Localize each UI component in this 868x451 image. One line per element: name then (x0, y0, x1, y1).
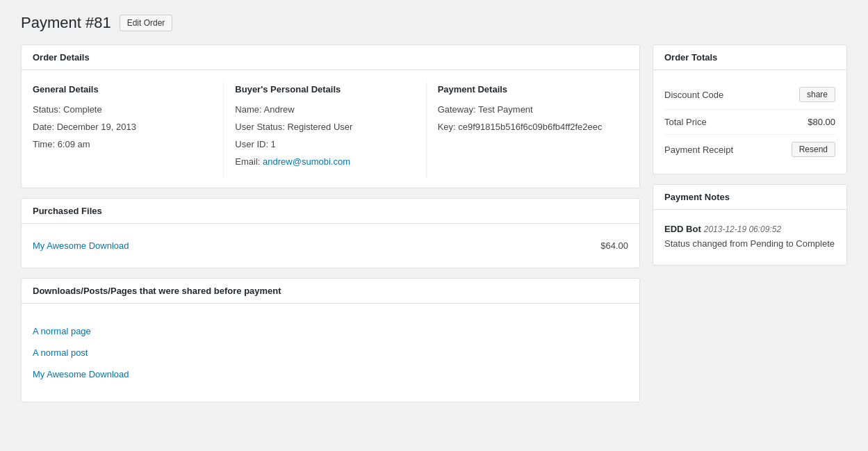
buyer-details-col: Buyer's Personal Details Name: Andrew Us… (223, 80, 425, 178)
buyer-details-title: Buyer's Personal Details (235, 84, 414, 95)
note-timestamp: 2013-12-19 06:09:52 (704, 224, 781, 234)
shared-before-payment-header: Downloads/Posts/Pages that were shared b… (22, 279, 639, 304)
email-label: Email: (235, 156, 263, 167)
discount-code-label: Discount Code (664, 90, 723, 100)
general-details-title: General Details (33, 84, 212, 95)
main-layout: Order Details General Details Status: Co… (21, 44, 847, 402)
buyer-email-detail: Email: andrew@sumobi.com (235, 156, 414, 167)
share-button[interactable]: share (799, 87, 835, 102)
payment-details-title: Payment Details (438, 84, 617, 95)
shared-before-payment-card: Downloads/Posts/Pages that were shared b… (21, 278, 640, 402)
shared-list: A normal page A normal post My Awesome D… (33, 313, 628, 392)
total-price-label: Total Price (664, 117, 707, 127)
order-details-grid: General Details Status: Complete Date: D… (33, 80, 628, 178)
date-detail: Date: December 19, 2013 (33, 122, 212, 132)
payment-details-col: Payment Details Gateway: Test Payment Ke… (426, 80, 628, 178)
general-details-col: General Details Status: Complete Date: D… (33, 80, 223, 178)
time-detail: Time: 6:09 am (33, 139, 212, 149)
right-column: Order Totals Discount Code share Total P… (653, 44, 847, 265)
payment-receipt-row: Payment Receipt Resend (664, 135, 835, 164)
left-column: Order Details General Details Status: Co… (21, 44, 640, 402)
order-totals-header: Order Totals (653, 45, 846, 70)
purchased-file-link[interactable]: My Awesome Download (33, 240, 129, 251)
note-author: EDD Bot (664, 224, 701, 234)
payment-notes-card: Payment Notes EDD Bot2013-12-19 06:09:52… (653, 184, 847, 265)
payment-receipt-label: Payment Receipt (664, 145, 733, 155)
purchased-files-header: Purchased Files (22, 199, 639, 224)
purchased-file-row: My Awesome Download $64.00 (33, 233, 628, 258)
note-item: EDD Bot2013-12-19 06:09:52 Status change… (664, 220, 835, 255)
shared-item-link-1[interactable]: A normal post (33, 347, 88, 358)
page-title: Payment #81 (21, 14, 111, 32)
order-details-header: Order Details (22, 45, 639, 70)
note-author-line: EDD Bot2013-12-19 06:09:52 (664, 224, 835, 234)
status-detail: Status: Complete (33, 104, 212, 115)
payment-notes-header: Payment Notes (653, 185, 846, 210)
buyer-email-link[interactable]: andrew@sumobi.com (263, 156, 350, 167)
list-item: A normal page (33, 320, 628, 342)
list-item: A normal post (33, 342, 628, 363)
resend-button[interactable]: Resend (792, 142, 835, 157)
order-details-card: Order Details General Details Status: Co… (21, 44, 640, 188)
buyer-user-status-detail: User Status: Registered User (235, 122, 414, 132)
gateway-detail: Gateway: Test Payment (438, 104, 617, 115)
purchased-file-price: $64.00 (600, 240, 628, 251)
list-item: My Awesome Download (33, 363, 628, 385)
discount-code-row: Discount Code share (664, 80, 835, 110)
key-detail: Key: ce9f91815b516f6c09b6fb4ff2fe2eec (438, 122, 617, 132)
edit-order-button[interactable]: Edit Order (120, 15, 173, 31)
total-price-value: $80.00 (808, 117, 835, 127)
shared-item-link-0[interactable]: A normal page (33, 326, 91, 336)
buyer-user-id-detail: User ID: 1 (235, 139, 414, 149)
order-totals-card: Order Totals Discount Code share Total P… (653, 44, 847, 174)
note-text: Status changed from Pending to Complete (664, 237, 835, 251)
total-price-row: Total Price $80.00 (664, 110, 835, 135)
buyer-name-detail: Name: Andrew (235, 104, 414, 115)
shared-item-link-2[interactable]: My Awesome Download (33, 369, 129, 379)
purchased-files-card: Purchased Files My Awesome Download $64.… (21, 198, 640, 268)
